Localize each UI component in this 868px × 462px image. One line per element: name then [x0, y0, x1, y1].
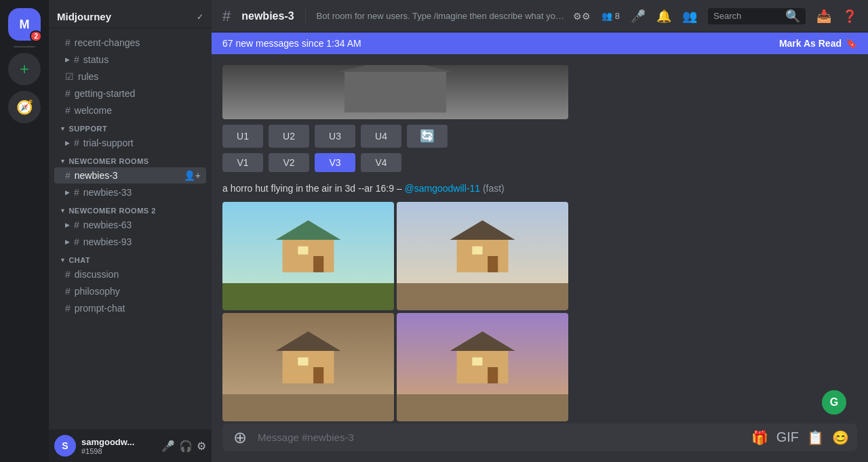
hash-icon: #: [65, 286, 71, 297]
sidebar-item-getting-started[interactable]: # getting-started: [54, 85, 206, 102]
upscale-2-button[interactable]: U2: [269, 125, 309, 148]
upscale-3-button[interactable]: U3: [315, 125, 355, 148]
search-box[interactable]: 🔍: [708, 8, 806, 24]
settings-icon[interactable]: ⚙: [197, 440, 206, 453]
add-server-button[interactable]: +: [8, 53, 41, 85]
server-icon-label: M: [20, 18, 30, 32]
image-canvas-4: [397, 313, 568, 421]
server-name: Midjourney: [57, 11, 111, 22]
variation-2-button[interactable]: V2: [269, 153, 309, 172]
microphone-icon[interactable]: 🎤: [161, 440, 175, 453]
avatar-label: S: [62, 440, 68, 451]
channel-name-label: rules: [78, 71, 98, 82]
server-notification-badge: 2: [30, 30, 42, 42]
banner-message: 67 new messages since 1:34 AM: [222, 38, 361, 49]
sidebar-item-discussion[interactable]: # discussion: [54, 266, 206, 282]
user-tag: #1598: [81, 447, 134, 455]
hash-icon: #: [65, 105, 71, 116]
channel-list: # recent-changes ▶ # status ☑ rules # ge…: [49, 28, 212, 429]
emoji-icon[interactable]: 😊: [832, 429, 849, 446]
arrow-icon: ▶: [65, 189, 70, 196]
sidebar-item-status[interactable]: ▶ # status: [54, 51, 206, 68]
refresh-button-1[interactable]: 🔄: [407, 125, 448, 148]
image-canvas-1: [222, 202, 394, 310]
channel-hash-icon: #: [222, 7, 231, 25]
sticker-icon[interactable]: 📋: [807, 429, 824, 446]
hash-icon: #: [65, 269, 71, 280]
collapse-icon: ▼: [60, 125, 66, 132]
prompt-separator: –: [397, 183, 405, 194]
category-chat[interactable]: ▼ CHAT: [49, 251, 212, 266]
category-newcomer-rooms-2[interactable]: ▼ NEWCOMER ROOMS 2: [49, 201, 212, 216]
channel-name-label: newbies-63: [83, 219, 132, 230]
variation-buttons-row1: V1 V2 V3 V4: [222, 153, 857, 172]
category-label: NEWCOMER ROOMS: [68, 157, 149, 165]
sidebar-item-prompt-chat[interactable]: # prompt-chat: [54, 300, 206, 316]
gift-icon[interactable]: 🎁: [751, 429, 768, 446]
channel-name-label: newbies-3: [75, 170, 118, 181]
speed-label: (fast): [483, 183, 505, 194]
arrow-icon: ▶: [65, 56, 70, 63]
sidebar-item-newbies-3[interactable]: # newbies-3 👤+: [54, 167, 206, 184]
hash-icon: #: [74, 54, 79, 65]
collapse-icon: ▼: [60, 207, 66, 214]
variation-4-button[interactable]: V4: [361, 153, 401, 172]
chat-area: U1 U2 U3 U4 🔄 V1 V2 V3 V4 a horro hut fl…: [212, 54, 868, 423]
category-newcomer-rooms[interactable]: ▼ NEWCOMER ROOMS: [49, 152, 212, 167]
server-name-header[interactable]: Midjourney ✓: [49, 0, 212, 28]
inbox-icon[interactable]: 📥: [816, 9, 831, 24]
help-icon[interactable]: ❓: [842, 9, 857, 24]
channel-name-label: welcome: [75, 105, 112, 116]
user-avatar-area: G: [822, 390, 846, 415]
sidebar-item-newbies-63[interactable]: ▶ # newbies-63: [54, 217, 206, 233]
upscale-1-button[interactable]: U1: [222, 125, 263, 148]
headphones-icon[interactable]: 🎧: [179, 440, 193, 453]
upscale-buttons-row1: U1 U2 U3 U4 🔄: [222, 125, 857, 148]
image-grid: [222, 202, 568, 421]
hash-icon: #: [74, 187, 79, 198]
user-mention[interactable]: @samgoodwill-11: [405, 183, 480, 194]
sidebar-item-welcome[interactable]: # welcome: [54, 102, 206, 119]
hash-icon: #: [65, 37, 71, 48]
search-input[interactable]: [713, 11, 781, 21]
topbar-divider: [305, 9, 306, 23]
image-cell-2: [397, 202, 568, 310]
members-list-icon[interactable]: 👥: [682, 9, 697, 24]
explore-servers-button[interactable]: 🧭: [8, 91, 41, 123]
upscale-4-button[interactable]: U4: [361, 125, 401, 148]
server-icon-midjourney[interactable]: M 2: [8, 8, 41, 41]
sidebar-item-trial-support[interactable]: ▶ # trial-support: [54, 135, 206, 151]
hash-icon: #: [65, 303, 71, 314]
add-icon: +: [20, 60, 29, 79]
hash-icon: #: [65, 88, 71, 99]
message-input-box: ⊕ 🎁 GIF 📋 😊: [222, 423, 857, 451]
sidebar-item-newbies-33[interactable]: ▶ # newbies-33: [54, 184, 206, 201]
gif-icon[interactable]: GIF: [776, 429, 799, 446]
category-label: CHAT: [68, 256, 90, 264]
mark-as-read-label: Mark As Read: [779, 38, 842, 49]
image-canvas-2: [397, 202, 568, 310]
topbar-description: Bot room for new users. Type /imagine th…: [317, 11, 565, 21]
mark-as-read-button[interactable]: Mark As Read 🔖: [779, 38, 857, 49]
add-attachment-button[interactable]: ⊕: [231, 425, 250, 450]
channel-name-label: trial-support: [83, 138, 134, 148]
sidebar-item-rules[interactable]: ☑ rules: [54, 68, 206, 85]
hash-icon: #: [74, 236, 79, 247]
sidebar-item-philosophy[interactable]: # philosophy: [54, 283, 206, 299]
variation-1-button[interactable]: V1: [222, 153, 263, 172]
user-info: samgoodw... #1598: [81, 437, 134, 455]
collapse-icon: ▼: [60, 257, 66, 264]
thread-icon[interactable]: ⚙⚙: [573, 11, 591, 22]
image-canvas-top: [222, 65, 568, 119]
message-input[interactable]: [258, 423, 743, 451]
server-bar: M 2 + 🧭: [0, 0, 49, 462]
new-messages-banner[interactable]: 67 new messages since 1:34 AM Mark As Re…: [212, 33, 868, 54]
notification-icon[interactable]: 🔔: [656, 9, 671, 24]
variation-3-button-active[interactable]: V3: [315, 153, 355, 172]
topbar: # newbies-3 Bot room for new users. Type…: [212, 0, 868, 33]
category-label: NEWCOMER ROOMS 2: [68, 207, 155, 215]
sidebar-item-recent-changes[interactable]: # recent-changes: [54, 35, 206, 51]
category-support[interactable]: ▼ SUPPORT: [49, 119, 212, 134]
sidebar-item-newbies-93[interactable]: ▶ # newbies-93: [54, 234, 206, 250]
microphone-topbar-icon[interactable]: 🎤: [631, 9, 646, 24]
